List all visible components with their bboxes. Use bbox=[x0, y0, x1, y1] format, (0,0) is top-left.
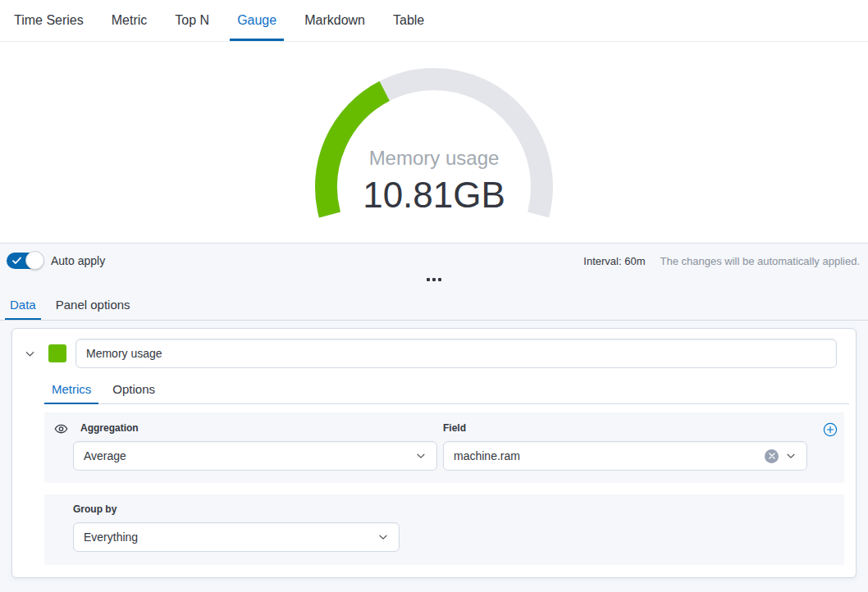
tab-time-series[interactable]: Time Series bbox=[10, 0, 88, 41]
chevron-down-icon bbox=[415, 450, 427, 462]
resize-dot bbox=[432, 278, 436, 281]
editor-area: Auto apply Interval: 60m The changes wil… bbox=[0, 243, 868, 592]
auto-apply-note: The changes will be automatically applie… bbox=[660, 255, 860, 267]
chevron-down-icon bbox=[377, 531, 389, 543]
tab-metrics[interactable]: Metrics bbox=[44, 375, 98, 403]
chevron-down-icon bbox=[785, 450, 797, 462]
field-field-group: Field machine.ram bbox=[443, 422, 807, 471]
resize-handle-row bbox=[0, 271, 868, 289]
group-by-value: Everything bbox=[84, 531, 138, 544]
series-header-row bbox=[12, 329, 856, 368]
aggregation-value: Average bbox=[84, 449, 126, 462]
series-label-input[interactable] bbox=[75, 339, 837, 368]
clear-field-button[interactable] bbox=[765, 449, 779, 463]
resize-handle[interactable] bbox=[423, 275, 445, 285]
metric-section: Aggregation Average Field bbox=[44, 412, 844, 483]
gauge-value: 10.81GB bbox=[363, 175, 505, 215]
tab-metric[interactable]: Metric bbox=[107, 0, 152, 41]
editor-tabs: Data Panel options bbox=[0, 289, 868, 321]
tab-table[interactable]: Table bbox=[389, 0, 428, 41]
field-label: Field bbox=[443, 422, 807, 434]
auto-apply-label: Auto apply bbox=[51, 254, 105, 267]
eye-icon[interactable] bbox=[54, 422, 68, 436]
gauge-visualization: Memory usage 10.81GB bbox=[0, 42, 868, 243]
gauge-chart: Memory usage 10.81GB bbox=[0, 42, 868, 243]
field-combobox[interactable]: machine.ram bbox=[443, 441, 807, 471]
tab-data[interactable]: Data bbox=[7, 289, 39, 320]
auto-apply-bar: Auto apply Interval: 60m The changes wil… bbox=[0, 244, 868, 269]
series-color-swatch[interactable] bbox=[48, 344, 66, 362]
auto-apply-toggle[interactable] bbox=[7, 253, 43, 269]
group-by-label: Group by bbox=[73, 503, 831, 515]
gauge-title: Memory usage bbox=[369, 147, 500, 169]
check-icon bbox=[12, 257, 21, 265]
tab-panel-options[interactable]: Panel options bbox=[53, 289, 134, 320]
plus-circle-icon bbox=[823, 422, 838, 437]
toggle-thumb bbox=[25, 251, 44, 270]
tab-options[interactable]: Options bbox=[105, 375, 162, 403]
series-panel: Metrics Options Aggregation Average bbox=[11, 328, 857, 578]
tab-gauge[interactable]: Gauge bbox=[233, 0, 281, 41]
group-by-select[interactable]: Everything bbox=[73, 522, 400, 552]
viz-type-tabs: Time Series Metric Top N Gauge Markdown … bbox=[0, 0, 868, 42]
aggregation-select[interactable]: Average bbox=[73, 441, 437, 471]
interval-text: Interval: 60m bbox=[583, 255, 645, 267]
resize-dot bbox=[438, 278, 441, 281]
add-metric-button[interactable] bbox=[823, 422, 838, 437]
field-value: machine.ram bbox=[454, 449, 520, 462]
series-tabs: Metrics Options bbox=[44, 375, 849, 404]
group-by-section: Group by Everything bbox=[44, 494, 844, 565]
chevron-down-icon bbox=[24, 348, 36, 360]
aggregation-field-group: Aggregation Average bbox=[73, 422, 437, 471]
tab-top-n[interactable]: Top N bbox=[171, 0, 213, 41]
resize-dot bbox=[427, 278, 430, 281]
cross-icon bbox=[769, 453, 775, 459]
tab-markdown[interactable]: Markdown bbox=[300, 0, 369, 41]
collapse-series-button[interactable] bbox=[23, 347, 36, 360]
aggregation-label: Aggregation bbox=[73, 422, 437, 434]
